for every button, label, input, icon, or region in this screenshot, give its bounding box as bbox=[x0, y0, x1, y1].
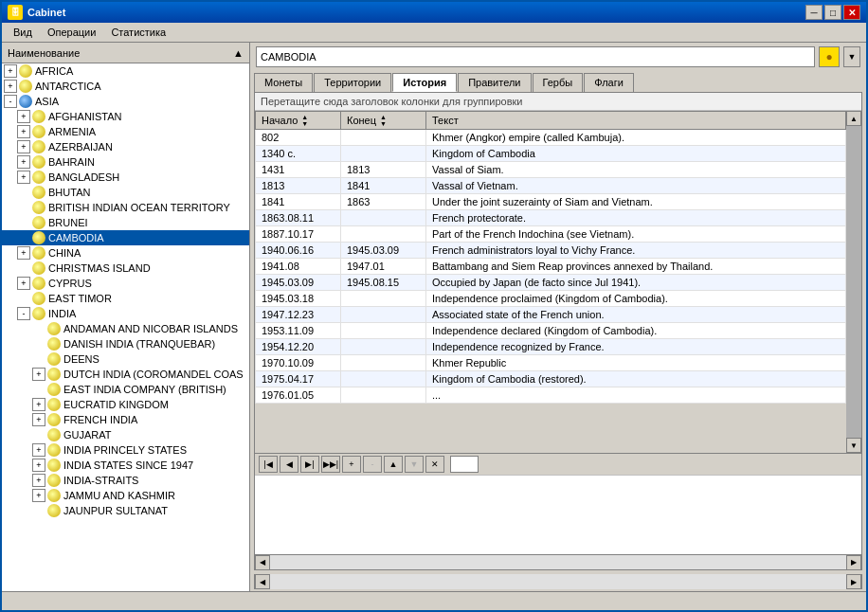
h-scroll-left-main[interactable]: ◀ bbox=[255, 574, 270, 589]
tree-item-afghanistan[interactable]: + AFGHANISTAN bbox=[2, 109, 249, 124]
h-scroll-right-lower[interactable]: ▶ bbox=[846, 555, 861, 570]
tree-item-azerbaijan[interactable]: + AZERBAIJAN bbox=[2, 139, 249, 154]
expand-antarctica[interactable]: + bbox=[4, 80, 17, 93]
menu-view[interactable]: Вид bbox=[6, 25, 40, 40]
scroll-down-button[interactable]: ▼ bbox=[846, 438, 861, 453]
expand-azerbaijan[interactable]: + bbox=[17, 140, 30, 153]
tree-item-india[interactable]: - INDIA bbox=[2, 306, 249, 321]
tree-item-dutch-india[interactable]: + DUTCH INDIA (COROMANDEL COAS bbox=[2, 367, 249, 382]
table-row[interactable]: 1841 1863 Under the joint suzerainty of … bbox=[256, 194, 846, 210]
tree-item-bahrain[interactable]: + BAHRAIN bbox=[2, 154, 249, 170]
expand-jammu[interactable]: + bbox=[32, 489, 45, 502]
expand-dutch-india[interactable]: + bbox=[32, 368, 45, 381]
first-record-button[interactable]: |◀ bbox=[259, 456, 278, 473]
expand-china[interactable]: + bbox=[17, 246, 30, 260]
h-scroll-track-main[interactable] bbox=[270, 574, 846, 589]
tree-item-east-india[interactable]: EAST INDIA COMPANY (BRITISH) bbox=[2, 382, 249, 397]
scroll-thumb[interactable] bbox=[846, 126, 861, 438]
table-row[interactable]: 1813 1841 Vassal of Vietnam. bbox=[256, 178, 846, 194]
col-start[interactable]: Начало ▲▼ bbox=[256, 112, 341, 130]
minimize-button[interactable]: ─ bbox=[805, 5, 823, 20]
col-end[interactable]: Конец ▲▼ bbox=[341, 112, 426, 130]
tree-item-cyprus[interactable]: + CYPRUS bbox=[2, 276, 249, 291]
table-row[interactable]: 1945.03.18 Independence proclaimed (King… bbox=[256, 291, 846, 307]
table-wrapper[interactable]: Начало ▲▼ Конец bbox=[255, 111, 846, 453]
expand-asia[interactable]: - bbox=[4, 95, 17, 108]
expand-india-straits[interactable]: + bbox=[32, 474, 45, 487]
tree-item-east-timor[interactable]: EAST TIMOR bbox=[2, 291, 249, 306]
expand-afghanistan[interactable]: + bbox=[17, 110, 30, 123]
table-row[interactable]: 1953.11.09 Independence declared (Kingdo… bbox=[256, 323, 846, 339]
tree-item-bhutan[interactable]: BHUTAN bbox=[2, 185, 249, 200]
col-text[interactable]: Текст bbox=[426, 112, 846, 130]
sort-arrows-end[interactable]: ▲▼ bbox=[380, 114, 387, 127]
expand-cyprus[interactable]: + bbox=[17, 277, 30, 290]
next-record-button[interactable]: ▶| bbox=[300, 456, 319, 473]
table-row[interactable]: 1975.04.17 Kingdom of Cambodia (restored… bbox=[256, 371, 846, 387]
expand-armenia[interactable]: + bbox=[17, 125, 30, 138]
table-row[interactable]: 1947.12.23 Associated state of the Frenc… bbox=[256, 307, 846, 323]
table-row[interactable]: 1863.08.11 French protectorate. bbox=[256, 210, 846, 226]
tree-item-gujarat[interactable]: GUJARAT bbox=[2, 427, 249, 442]
table-row[interactable]: 802 Khmer (Angkor) empire (called Kambuj… bbox=[256, 130, 846, 146]
table-row[interactable]: 1431 1813 Vassal of Siam. bbox=[256, 162, 846, 178]
tree-item-jaunpur[interactable]: JAUNPUR SULTANAT bbox=[2, 503, 249, 518]
expand-bahrain[interactable]: + bbox=[17, 155, 30, 169]
tree-item-antarctica[interactable]: + ANTARCTICA bbox=[2, 79, 249, 94]
expand-french-india[interactable]: + bbox=[32, 413, 45, 426]
down-record-button[interactable]: ▼ bbox=[405, 456, 424, 473]
tree-item-cambodia[interactable]: CAMBODIA bbox=[2, 230, 249, 245]
expand-eucratid[interactable]: + bbox=[32, 398, 45, 411]
expand-india-princely[interactable]: + bbox=[32, 443, 45, 457]
tree-item-bangladesh[interactable]: + BANGLADESH bbox=[2, 170, 249, 185]
expand-india-states[interactable]: + bbox=[32, 459, 45, 472]
tree-item-armenia[interactable]: + ARMENIA bbox=[2, 124, 249, 139]
table-row[interactable]: 1976.01.05 ... bbox=[256, 387, 846, 404]
table-row[interactable]: 1970.10.09 Khmer Republic bbox=[256, 355, 846, 371]
h-scroll-right-main[interactable]: ▶ bbox=[846, 574, 861, 589]
tab-flags[interactable]: Флаги bbox=[584, 73, 634, 92]
menu-operations[interactable]: Операции bbox=[40, 25, 103, 40]
nav-input[interactable] bbox=[450, 456, 479, 473]
add-record-button[interactable]: + bbox=[342, 456, 361, 473]
table-row[interactable]: 1945.03.09 1945.08.15 Occupied by Japan … bbox=[256, 275, 846, 291]
dropdown-button[interactable]: ▼ bbox=[843, 46, 860, 67]
search-input[interactable] bbox=[256, 46, 815, 67]
tab-coins[interactable]: Монеты bbox=[254, 73, 313, 92]
tree-item-china[interactable]: + CHINA bbox=[2, 245, 249, 261]
search-button[interactable]: ● bbox=[819, 46, 840, 67]
expand-india[interactable]: - bbox=[17, 307, 30, 320]
table-row[interactable]: 1941.08 1947.01 Battambang and Siem Reap… bbox=[256, 259, 846, 275]
maximize-button[interactable]: □ bbox=[824, 5, 841, 20]
cancel-button[interactable]: ✕ bbox=[425, 456, 444, 473]
tree-item-asia[interactable]: - ASIA bbox=[2, 94, 249, 109]
tab-territories[interactable]: Территории bbox=[314, 73, 391, 92]
tree-item-india-princely[interactable]: + INDIA PRINCELY STATES bbox=[2, 442, 249, 458]
tree-container[interactable]: + AFRICA + ANTARCTICA - ASIA bbox=[2, 63, 249, 591]
tree-item-danish-india[interactable]: DANISH INDIA (TRANQUEBAR) bbox=[2, 336, 249, 351]
tree-item-french-india[interactable]: + FRENCH INDIA bbox=[2, 412, 249, 427]
menu-statistics[interactable]: Статистика bbox=[103, 25, 173, 40]
expand-africa[interactable]: + bbox=[4, 64, 17, 78]
close-button[interactable]: ✕ bbox=[843, 5, 860, 20]
prev-record-button[interactable]: ◀ bbox=[280, 456, 298, 473]
h-scroll-track-lower[interactable] bbox=[270, 555, 846, 570]
h-scroll-left-lower[interactable]: ◀ bbox=[255, 555, 270, 570]
tree-item-india-straits[interactable]: + INDIA-STRAITS bbox=[2, 473, 249, 488]
tree-item-india-states[interactable]: + INDIA STATES SINCE 1947 bbox=[2, 458, 249, 473]
table-row[interactable]: 1940.06.16 1945.03.09 French administrat… bbox=[256, 243, 846, 259]
tree-item-brunei[interactable]: BRUNEI bbox=[2, 215, 249, 230]
tab-rulers[interactable]: Правители bbox=[458, 73, 531, 92]
delete-record-button[interactable]: - bbox=[363, 456, 382, 473]
tree-item-brit-indian[interactable]: BRITISH INDIAN OCEAN TERRITORY bbox=[2, 200, 249, 215]
tree-item-andaman[interactable]: ANDAMAN AND NICOBAR ISLANDS bbox=[2, 321, 249, 336]
tree-item-jammu[interactable]: + JAMMU AND KASHMIR bbox=[2, 488, 249, 503]
tree-item-africa[interactable]: + AFRICA bbox=[2, 63, 249, 79]
tab-coats[interactable]: Гербы bbox=[533, 73, 584, 92]
tab-history[interactable]: История bbox=[392, 73, 457, 92]
scroll-up-button[interactable]: ▲ bbox=[846, 111, 861, 126]
expand-bangladesh[interactable]: + bbox=[17, 171, 30, 184]
last-record-button[interactable]: ▶▶| bbox=[321, 456, 340, 473]
tree-item-eucratid[interactable]: + EUCRATID KINGDOM bbox=[2, 397, 249, 412]
tree-item-christmas-island[interactable]: CHRISTMAS ISLAND bbox=[2, 261, 249, 276]
